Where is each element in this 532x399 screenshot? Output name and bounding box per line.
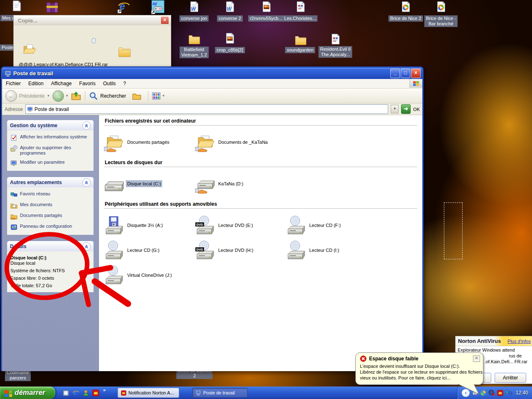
shared-folder-icon: [195, 132, 215, 152]
back-button[interactable]: ←: [5, 90, 17, 102]
image-file-icon[interactable]: [224, 32, 236, 46]
place-link-control-panel[interactable]: Panneau de configuration: [10, 224, 91, 231]
red-app-icon[interactable]: [92, 389, 99, 397]
close-icon[interactable]: ✕: [473, 355, 480, 362]
place-link-my-documents[interactable]: Mes documents: [10, 202, 91, 209]
menu-fichier[interactable]: Fichier: [2, 81, 25, 86]
panel-header[interactable]: Gestion du système: [7, 120, 94, 131]
wmp-file-icon[interactable]: [435, 1, 447, 14]
internet-explorer-shortcut-icon[interactable]: [118, 0, 130, 13]
copy-progress-dialog[interactable]: Copie... × @@@.Legacy.of.Kain.Defiance.C…: [13, 15, 171, 66]
place-link-shared-documents[interactable]: Documents partagés: [10, 213, 91, 220]
wmp-file-icon[interactable]: [399, 1, 412, 14]
address-input[interactable]: Poste de travail: [25, 104, 388, 114]
norton-more-info-link[interactable]: Plus d'infos: [507, 339, 531, 344]
up-folder-button[interactable]: [71, 91, 81, 101]
image-file-icon[interactable]: [260, 1, 273, 14]
search-button-label[interactable]: Rechercher: [100, 93, 126, 99]
norton-stop-button[interactable]: Arrêter: [495, 373, 526, 383]
folder-icon[interactable]: [188, 33, 200, 47]
file-item-user-documents[interactable]: Documents de _KaTaNa: [195, 131, 286, 154]
task-link-add-remove[interactable]: Ajouter ou supprimer des programmes: [10, 145, 91, 156]
desktop-icon-label[interactable]: Brice de Nice -Bar branché: [424, 15, 458, 27]
close-icon[interactable]: ×: [411, 69, 421, 78]
taskbar-button-norton-notification[interactable]: Notification Norton A...: [118, 388, 179, 398]
back-button-label[interactable]: Précédente: [19, 93, 44, 99]
desktop-icon-label[interactable]: crop_c85b[2]: [215, 47, 245, 53]
drive-item-i[interactable]: Lecteur CD (I:): [286, 239, 377, 262]
quick-launch-overflow-chevron[interactable]: »: [103, 387, 106, 392]
drive-item-f[interactable]: Lecteur CD (F:): [286, 214, 377, 237]
forward-button[interactable]: →: [52, 90, 64, 102]
drive-item-g[interactable]: Lecteur CD (G:): [104, 239, 195, 262]
menu-outils[interactable]: Outils: [99, 81, 120, 86]
tray-offline-globe-icon[interactable]: [488, 389, 495, 396]
desktop-icon-label[interactable]: Poste: [0, 44, 15, 51]
word-document-icon[interactable]: [224, 1, 236, 14]
copy-dialog-titlebar[interactable]: Copie... ×: [14, 15, 171, 25]
menu-edition[interactable]: Edition: [25, 81, 47, 86]
drive-item-a[interactable]: Disquette 3½ (A:): [104, 214, 195, 237]
chevron-down-icon[interactable]: ▼: [162, 94, 165, 98]
task-link-change-setting[interactable]: Modifier un paramètre: [10, 160, 91, 167]
file-item-shared-documents[interactable]: Documents partagés: [104, 131, 195, 154]
low-disk-space-balloon[interactable]: Espace disque faible ✕ L'espace devient …: [355, 352, 483, 385]
messenger-icon[interactable]: [82, 389, 89, 397]
chevron-down-icon[interactable]: ▼: [47, 94, 50, 98]
chevron-down-icon[interactable]: ▼: [65, 94, 69, 98]
menu-aide[interactable]: ?: [120, 81, 130, 86]
chevron-up-icon[interactable]: [82, 242, 91, 251]
desktop-icon-label[interactable]: converse jon: [180, 15, 209, 22]
panel-header[interactable]: Autres emplacements: [7, 177, 94, 187]
desktop-icon-label[interactable]: Codenamepanzers: [5, 369, 31, 381]
folder-icon[interactable]: [294, 34, 307, 47]
word-document-icon[interactable]: [188, 1, 200, 14]
media-file-icon[interactable]: [294, 1, 307, 14]
desktop-icon-label[interactable]: converse 2: [217, 15, 243, 22]
toolbar-separator: [85, 91, 85, 101]
my-computer-icon: [5, 70, 11, 77]
chevron-up-icon[interactable]: [82, 178, 91, 187]
desktop-icon-label[interactable]: Resident.Evil IIThe.Apocaly...: [318, 46, 352, 58]
maximize-icon[interactable]: □: [401, 69, 410, 78]
media-file-icon[interactable]: [329, 33, 342, 47]
drive-item-e[interactable]: Lecteur DVD (E:): [195, 214, 286, 237]
desktop-icon-label[interactable]: Les.Choristes...: [283, 15, 318, 22]
menu-favoris[interactable]: Favoris: [76, 81, 99, 86]
drive-item-h[interactable]: Lecteur DVD (H:): [195, 239, 286, 262]
minimize-icon[interactable]: _: [390, 69, 400, 78]
desktop-icon-label[interactable]: r2nvnnv55ycb...: [248, 15, 284, 22]
mes-documents-icon[interactable]: [10, 0, 23, 13]
tray-network-icon[interactable]: [505, 389, 512, 396]
task-link-system-info[interactable]: Afficher les informations système: [10, 134, 91, 141]
taskbar-button-poste-de-travail[interactable]: Poste de travail: [192, 388, 248, 398]
place-link-network[interactable]: Favoris réseau: [10, 191, 91, 198]
close-icon[interactable]: ×: [160, 16, 169, 25]
panel-header[interactable]: Détails: [7, 241, 94, 251]
app-launcher-icon[interactable]: [62, 389, 69, 397]
go-button[interactable]: ➜: [401, 104, 411, 114]
drive-item-d[interactable]: KaTaNa (D:): [195, 172, 286, 195]
search-icon[interactable]: [89, 91, 98, 101]
details-free-space: Espace libre: 0 octets: [10, 276, 91, 281]
desktop-icon-label[interactable]: Brice de Nice 2: [389, 15, 423, 22]
section-heading: Fichiers enregistrés sur cet ordinateur: [104, 117, 417, 126]
game-shortcut-icon[interactable]: [151, 0, 165, 14]
views-icon[interactable]: [152, 92, 160, 100]
balloon-text[interactable]: vieux ou inutilisés. Pour ce faire, cliq…: [360, 375, 451, 380]
desktop-icon-label[interactable]: soundgarden: [285, 47, 315, 53]
internet-explorer-icon[interactable]: [72, 389, 79, 397]
drive-item-c[interactable]: Disque local (C:): [104, 172, 195, 195]
address-dropdown-button[interactable]: ▼: [391, 105, 399, 113]
tray-norton-icon[interactable]: [497, 390, 503, 396]
explorer-window[interactable]: Poste de travail _ □ × Fichier Edition A…: [1, 66, 424, 371]
chevron-up-icon[interactable]: [82, 121, 91, 130]
go-button-label[interactable]: OK: [413, 107, 420, 112]
menu-affichage[interactable]: Affichage: [47, 81, 76, 86]
desktop-icon-label[interactable]: BattlefieldVietnam_1.2: [180, 47, 209, 58]
window-titlebar[interactable]: Poste de travail _ □ ×: [2, 68, 422, 79]
start-button[interactable]: démarrer: [0, 387, 55, 399]
folders-icon[interactable]: [132, 91, 141, 101]
winrar-icon[interactable]: [45, 1, 59, 15]
drive-item-j[interactable]: Virtual CloneDrive (J:): [104, 264, 195, 287]
